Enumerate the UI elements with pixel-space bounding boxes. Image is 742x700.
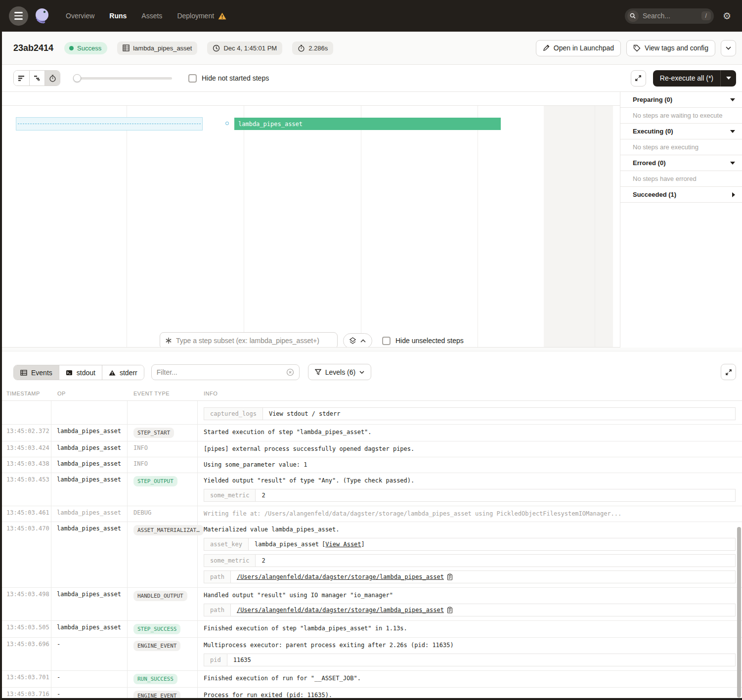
event-log-row[interactable]: 13:45:03.424 lambda_pipes_asset INFO [pi… <box>0 441 742 457</box>
topnav-right: Search... / ⚙ <box>625 8 731 24</box>
graph-query-toggle-button[interactable] <box>343 333 372 348</box>
console-icon <box>66 370 73 376</box>
hide-not-started-checkbox[interactable] <box>188 74 197 83</box>
view-tags-config-button[interactable]: View tags and config <box>626 40 715 56</box>
dagster-logo[interactable] <box>32 6 52 26</box>
copy-icon[interactable] <box>447 573 453 580</box>
step-subset-input[interactable] <box>176 337 332 345</box>
event-log-row[interactable]: 13:45:03.498 lambda_pipes_asset HANDLED_… <box>0 588 742 621</box>
search-input[interactable]: Search... / <box>625 8 714 24</box>
gantt-fullscreen-button[interactable] <box>631 70 646 87</box>
event-op: lambda_pipes_asset <box>51 473 127 506</box>
step-subset-field <box>160 332 338 348</box>
event-timestamp: 13:45:03.498 <box>0 588 51 620</box>
hide-unselected-checkbox[interactable] <box>382 337 391 345</box>
caret-icon <box>730 162 735 165</box>
sidebar-section-header[interactable]: Succeeded (1) <box>620 187 742 203</box>
top-nav: Overview Runs Assets Deployment Search..… <box>0 0 742 32</box>
nav-item[interactable]: Assets <box>141 12 162 20</box>
settings-gear-icon[interactable]: ⚙ <box>723 10 731 22</box>
event-type <box>127 401 197 424</box>
run-timestamp-tag[interactable]: Dec 4, 1:45:01 PM <box>207 42 282 55</box>
levels-filter-button[interactable]: Levels (6) <box>308 364 371 380</box>
event-info: Process for run exited (pid: 11635). <box>197 688 742 698</box>
flat-view-button[interactable] <box>14 71 29 86</box>
event-log-row[interactable]: 13:45:03.461 lambda_pipes_asset DEBUG Wr… <box>0 506 742 522</box>
event-log-row[interactable]: 13:45:02.372 lambda_pipes_asset STEP_STA… <box>0 425 742 441</box>
event-info: Handled output "result" using IO manager… <box>197 588 742 620</box>
event-op: lambda_pipes_asset <box>51 457 127 473</box>
event-type: INFO <box>127 457 197 473</box>
hide-not-started-checkbox-row[interactable]: Hide not started steps <box>188 74 269 83</box>
metadata-entry: path /Users/alangenfeld/data/dagster/sto… <box>204 570 736 583</box>
reexecute-all-button[interactable]: Re-execute all (*) <box>653 70 736 87</box>
slider-handle[interactable] <box>73 74 81 82</box>
event-log-row[interactable]: 13:45:03.438 lambda_pipes_asset INFO Usi… <box>0 457 742 473</box>
event-info: Materialized value lambda_pipes_asset. a… <box>197 522 742 587</box>
event-log-row[interactable]: 13:45:03.696 - ENGINE_EVENT Multiprocess… <box>0 638 742 671</box>
sidebar-section-header[interactable]: Preparing (0) <box>620 92 742 108</box>
timed-view-button[interactable] <box>44 71 60 86</box>
nav-item[interactable]: Runs <box>109 12 127 20</box>
event-timestamp <box>0 401 51 424</box>
log-filter-input[interactable] <box>157 368 286 376</box>
event-log-row[interactable]: captured_logs View stdout / stderr [] <box>0 401 742 425</box>
event-type: DEBUG <box>127 506 197 522</box>
event-log-row[interactable]: 13:45:03.716 - ENGINE_EVENT Process for … <box>0 688 742 698</box>
log-fullscreen-button[interactable] <box>721 364 736 380</box>
nav-item[interactable]: Deployment <box>177 12 226 20</box>
event-type: HANDLED_OUTPUT <box>127 588 197 620</box>
status-badge: Success <box>64 42 107 54</box>
reexecute-dropdown-button[interactable] <box>720 70 736 87</box>
hamburger-menu-icon[interactable] <box>9 6 28 26</box>
event-timestamp: 13:45:02.372 <box>0 425 51 441</box>
event-info: Finished execution of step "lambda_pipes… <box>197 621 742 637</box>
open-in-launchpad-button[interactable]: Open in Launchpad <box>536 40 621 56</box>
log-tab[interactable]: stdout <box>59 365 102 380</box>
metadata-key: some_metric <box>204 555 256 567</box>
stopwatch-icon <box>49 75 56 82</box>
log-tab[interactable]: Events <box>14 365 59 380</box>
chevron-down-icon <box>726 46 731 50</box>
stopwatch-icon <box>298 44 305 52</box>
event-log-row[interactable]: 13:45:03.453 lambda_pipes_asset STEP_OUT… <box>0 473 742 506</box>
nav-item[interactable]: Overview <box>66 12 94 20</box>
section-divider <box>0 348 742 351</box>
event-info: Using some_parameter value: 1 <box>197 457 742 473</box>
metadata-link[interactable]: [View Asset] <box>322 541 365 548</box>
event-op: lambda_pipes_asset <box>51 621 127 637</box>
metadata-key: some_metric <box>204 489 256 501</box>
tag-icon <box>633 44 641 52</box>
event-type: ASSET_MATERIALIZAT… <box>127 522 197 587</box>
event-log-row[interactable]: 13:45:03.470 lambda_pipes_asset ASSET_MA… <box>0 522 742 588</box>
gantt-step-bar[interactable]: lambda_pipes_asset <box>234 118 501 130</box>
sidebar-section-header[interactable]: Errored (0) <box>620 155 742 171</box>
hide-unselected-checkbox-row[interactable]: Hide unselected steps <box>382 337 464 345</box>
event-type: STEP_SUCCESS <box>127 621 197 637</box>
log-tab[interactable]: stderr <box>102 365 144 380</box>
waterfall-view-button[interactable] <box>29 71 44 86</box>
gantt-time-axis <box>0 92 620 106</box>
event-log-row[interactable]: 13:45:03.505 lambda_pipes_asset STEP_SUC… <box>0 621 742 638</box>
gantt-start-marker-icon <box>225 122 229 125</box>
metadata-key: pid <box>204 654 227 666</box>
gantt-view-mode-group <box>13 70 60 86</box>
run-header-more-button[interactable] <box>721 40 736 56</box>
clear-filter-icon[interactable] <box>286 368 294 376</box>
event-info: captured_logs View stdout / stderr [] <box>197 401 742 424</box>
event-op: lambda_pipes_asset <box>51 425 127 441</box>
sidebar-section-empty-text: No steps have errored <box>620 171 742 187</box>
metadata-value: 11635 <box>233 656 251 663</box>
log-filter-field <box>151 364 300 380</box>
gantt-zoom-slider[interactable] <box>73 74 172 82</box>
event-log-row[interactable]: 13:45:03.701 - RUN_SUCCESS Finished exec… <box>0 671 742 688</box>
run-duration-tag[interactable]: 2.286s <box>292 42 333 55</box>
copy-icon[interactable] <box>447 607 453 613</box>
event-type: ENGINE_EVENT <box>127 688 197 698</box>
scrollbar-thumb[interactable] <box>737 527 741 698</box>
event-op: lambda_pipes_asset <box>51 522 127 587</box>
sidebar-section-header[interactable]: Executing (0) <box>620 124 742 139</box>
job-name-tag[interactable]: lambda_pipes_asset <box>117 42 197 55</box>
dagster-run-page: Overview Runs Assets Deployment Search..… <box>0 0 742 698</box>
event-op <box>51 401 127 424</box>
